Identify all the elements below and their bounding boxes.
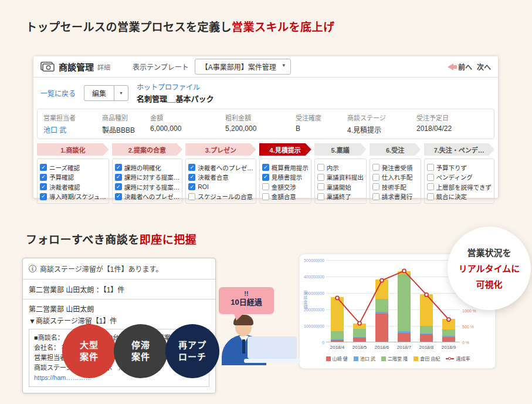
heading2-accent: 即座に把握 (140, 234, 197, 246)
checkbox[interactable]: ✓ (188, 183, 195, 190)
alert-toggle-line[interactable]: ▼商談ステージ滞留【1】件 (29, 315, 209, 325)
stage-arrow-6[interactable]: 6.受注 (370, 143, 421, 156)
field-受注確度: 受注確度B (296, 113, 347, 134)
checkbox[interactable] (372, 164, 379, 171)
checklist-label: 予算下りず (436, 163, 467, 172)
checklist-label: 予算確認 (49, 173, 74, 181)
checklist-item: 技術手配 (372, 182, 418, 192)
checkbox[interactable] (317, 183, 324, 190)
checkbox[interactable]: ✓ (115, 174, 122, 181)
field-value[interactable]: 池口 武 (43, 124, 102, 134)
alert-header: i 商談ステージ滞留が【1件】あります。 (23, 258, 215, 280)
checklist-item: 金額交渉 (262, 182, 309, 192)
app-title: 商談管理 (59, 60, 94, 73)
checkbox[interactable] (317, 174, 324, 181)
checkbox[interactable]: ✓ (262, 164, 269, 171)
legend-swatch (381, 356, 386, 361)
checkbox[interactable]: ✓ (115, 193, 122, 200)
checklist-label: 金額交渉 (272, 183, 296, 191)
stage-checklist-2: ✓課題の明確化✓課題に対する提案…✓課題に対する提案…✓決裁者へのプレゼ… (112, 159, 183, 204)
stage-arrow-1[interactable]: 1.商談化 (37, 143, 109, 156)
checkbox[interactable] (262, 193, 269, 200)
checkbox[interactable]: ✓ (188, 174, 195, 181)
checkbox[interactable] (317, 193, 324, 200)
checklist-label: 見積書提示 (272, 173, 303, 181)
checkbox[interactable]: ✓ (40, 164, 47, 171)
legend-label: 二階堂 隆 (388, 355, 408, 362)
checkbox[interactable] (372, 193, 379, 200)
info-icon: i (29, 265, 36, 272)
edit-split-button[interactable]: 編集 ▼ (84, 85, 128, 101)
field-営業担当者: 営業担当者池口 武 (43, 113, 102, 134)
edit-dropdown-toggle[interactable]: ▼ (114, 86, 128, 100)
prev-arrow-icon[interactable] (448, 63, 453, 70)
checkbox[interactable] (262, 183, 269, 190)
follow-badge-line: 大型 (80, 339, 99, 351)
checkbox[interactable] (372, 174, 379, 181)
legend-item: 倉田 由紀 (414, 355, 440, 362)
stage-column: 6.受注発注書受領仕入れ手配技術手配請求書発行 (370, 143, 421, 204)
stage-arrow-3[interactable]: 3.プレゼン (185, 143, 256, 156)
section1-heading: トップセールスの営業プロセスを定義し営業スキルを底上げ (26, 18, 335, 34)
x-label: 2018/7 (393, 345, 415, 350)
checkbox[interactable] (427, 174, 434, 181)
field-value: B (296, 124, 347, 133)
stage-arrow-2[interactable]: 2.提案の合意 (112, 143, 183, 156)
template-select[interactable]: 【A事業部用】案件管理 ▼ (195, 59, 291, 75)
hot-profile-link[interactable]: ホットプロファイル (137, 82, 214, 92)
checkbox[interactable] (372, 183, 379, 190)
stage-arrow-4[interactable]: 4.見積提示 (259, 143, 311, 156)
checkbox[interactable] (317, 164, 324, 171)
field-粗利金額: 粗利金額5,200,000 (225, 113, 296, 134)
checklist-item: 金額合意 (262, 192, 309, 202)
heading1-accent: 営業スキルを底上げ (232, 21, 335, 33)
stage-checklist-4: ✓概算費用提示✓見積書提示金額交渉金額合意 (259, 159, 311, 204)
record-header: ホットプロファイル 名刺管理__基本パック (137, 82, 214, 104)
money-icon (40, 62, 55, 72)
checkbox[interactable]: ✓ (115, 183, 122, 190)
checklist-item: 予算下りず (427, 163, 492, 173)
y-tick: 300000000 (301, 291, 324, 295)
checkbox[interactable]: ✓ (115, 164, 122, 171)
checklist-label: 金額合意 (272, 192, 296, 201)
checkbox[interactable] (427, 164, 434, 171)
stage-arrow-5[interactable]: 5.稟議 (314, 143, 367, 156)
next-button[interactable]: 次へ (477, 62, 491, 72)
checklist-label: 技術手配 (382, 183, 406, 191)
checkbox[interactable] (188, 193, 195, 200)
chevron-down-icon: ▼ (282, 63, 286, 68)
checklist-label: 稟議資料提出 (327, 173, 364, 181)
legend-label: 倉田 由紀 (420, 355, 440, 362)
y2-tick: 500 % (462, 325, 474, 329)
checklist-label: 概算費用提示 (272, 163, 309, 172)
stage-arrow-7[interactable]: 7.失注・ペンデ… (424, 143, 495, 156)
rate-line (326, 260, 460, 342)
checkbox[interactable] (427, 193, 434, 200)
checklist-label: 競合に決定 (436, 192, 467, 201)
checkbox[interactable]: ✓ (188, 164, 195, 171)
checkbox[interactable]: ✓ (40, 193, 47, 200)
checklist-label: ROI (198, 183, 209, 190)
x-label: 2018/8 (415, 345, 438, 350)
checkbox[interactable]: ✓ (40, 174, 47, 181)
checklist-item: ✓決裁者合意 (188, 173, 253, 183)
checklist-label: 請求書発行 (382, 192, 413, 201)
checklist-label: 稟議終了 (327, 192, 351, 201)
checkbox[interactable]: ✓ (262, 174, 269, 181)
checkbox[interactable]: ✓ (40, 183, 47, 190)
checklist-label: 決裁者確認 (49, 183, 80, 191)
heading1-main: トップセールスの営業プロセスを定義し (26, 21, 232, 33)
back-to-list-link[interactable]: 一覧に戻る (40, 88, 76, 98)
legend-item-line: 達成率 (446, 355, 470, 362)
checkbox[interactable] (427, 183, 434, 190)
stage-column: 5.稟議内示稟議資料提出稟議開始稟議終了 (314, 143, 367, 204)
edit-button[interactable]: 編集 (84, 86, 114, 100)
chart-legend: 山崎 健池口 武二階堂 隆倉田 由紀達成率 (300, 355, 496, 362)
alert-dept-row[interactable]: 第二営業部 山田太朗 ：【1】件 (23, 280, 215, 299)
y-tick: 0 (301, 341, 324, 345)
checklist-item: ✓課題に対する提案… (115, 173, 180, 183)
legend-swatch (354, 356, 358, 361)
legend-item: 山崎 健 (326, 355, 348, 362)
record-title: 名刺管理__基本パック (137, 93, 214, 104)
prev-button[interactable]: 前へ (458, 62, 472, 72)
